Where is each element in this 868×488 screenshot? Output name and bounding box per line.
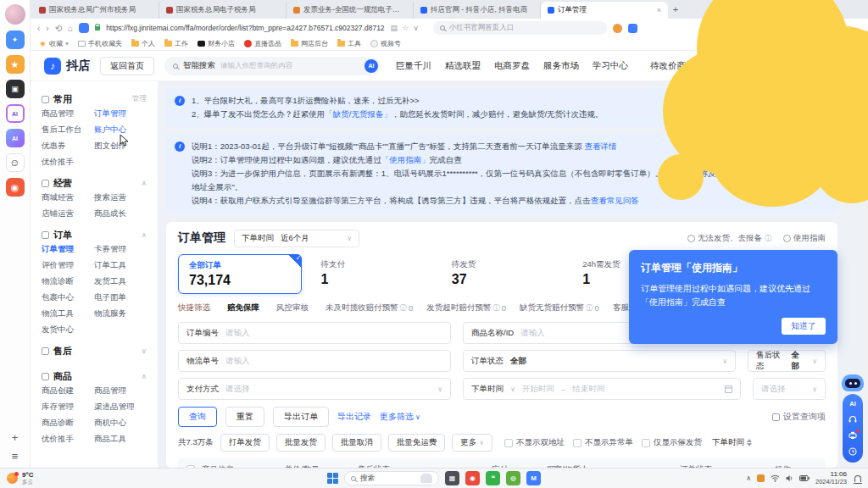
ai-search-icon[interactable]: AI [364, 59, 378, 73]
refresh-icon[interactable]: ⟲ [55, 24, 62, 33]
shop-nav-link[interactable]: 学习中心 [593, 60, 628, 72]
order-number-field[interactable]: 订单编号请输入 [178, 322, 451, 344]
query-settings-link[interactable]: 设置查询项 [772, 411, 826, 423]
robot-icon[interactable] [842, 374, 864, 391]
sidebar-item[interactable]: 订单管理 [94, 108, 147, 119]
export-log-link[interactable]: 导出记录 [337, 411, 371, 423]
checkbox-icon[interactable] [642, 439, 650, 447]
shop-nav-link[interactable]: 精选联盟 [445, 60, 481, 72]
sidebar-item[interactable]: 商品创建 [42, 385, 94, 396]
dock-icon[interactable]: ◉ [6, 178, 25, 197]
taskbar-app-icon[interactable]: ◍ [506, 471, 520, 485]
filter-tab[interactable]: 快捷筛选 [178, 302, 214, 313]
security-tray-icon[interactable] [757, 474, 765, 482]
back-icon[interactable]: ‹ [37, 24, 40, 33]
start-time-placeholder[interactable]: 开始时间 [522, 384, 554, 395]
sidebar-item[interactable]: 商品管理 [42, 108, 94, 119]
checkbox-icon[interactable] [504, 439, 513, 447]
sidebar-item[interactable]: 搜索运营 [94, 192, 147, 202]
order-time-range-field[interactable]: 下单时间∨ 开始时间 – 结束时间 [463, 378, 741, 400]
end-time-placeholder[interactable]: 结束时间 [572, 384, 604, 395]
dock-add-icon[interactable]: + [12, 431, 19, 444]
sidebar-item[interactable]: 优价推手 [42, 157, 94, 167]
forward-icon[interactable]: › [46, 24, 48, 33]
group-extra[interactable]: ∨ [142, 347, 147, 355]
payment-method-select[interactable]: 支付方式请选择∨ [178, 378, 451, 400]
sidebar-item[interactable]: 物流服务 [94, 308, 147, 319]
notice-link[interactable]: 「使用指南」 [381, 155, 430, 164]
aftersale-status-select[interactable]: 售后状态全部∨ [748, 350, 826, 372]
dock-menu-icon[interactable]: ≡ [12, 450, 19, 463]
batch-more-button[interactable]: 更多∨ [452, 434, 492, 452]
sidebar-item[interactable]: 库存管理 [42, 402, 94, 412]
filter-tab[interactable]: 发货超时赔付预警ⓘ0 [426, 302, 506, 313]
volume-icon[interactable] [786, 474, 793, 482]
sidebar-item[interactable]: 发货工具 [94, 276, 147, 286]
notice-link[interactable]: 「缺货/无货报备」 [325, 109, 392, 119]
sidebar-item[interactable]: 物流诊断 [42, 276, 94, 286]
extension-icon[interactable] [79, 23, 89, 33]
order-status-select[interactable]: 订单状态全部∨ [463, 350, 736, 372]
bookmark-item[interactable]: 工具 [337, 39, 361, 48]
bookmark-item[interactable]: 直播选品 [244, 39, 281, 48]
sort-by-order-time[interactable]: 下单时间 [712, 437, 752, 448]
user-avatar[interactable] [5, 4, 25, 25]
cannot-ship-link[interactable]: 无法发货、去报备ⓘ [687, 233, 771, 244]
browser-tab[interactable]: 国家税务总局广州市税务局 [32, 2, 159, 19]
customer-service-icon[interactable] [849, 415, 857, 424]
sidebar-item[interactable]: 包裹中心 [42, 292, 94, 302]
filter-tab[interactable]: 未及时揽收赔付预警ⓘ0 [326, 302, 413, 313]
more-filters-link[interactable]: 更多筛选∨ [380, 411, 420, 423]
group-extra[interactable]: ∧ [142, 230, 147, 239]
bookmark-item[interactable]: 网店后台 [291, 39, 328, 48]
print-orders-icon[interactable] [849, 431, 857, 440]
browser-tab[interactable]: 订单管理 × [541, 2, 668, 19]
sidebar-item[interactable]: 优价推手 [42, 434, 94, 444]
extra-filter-select[interactable]: 请选择∨ [753, 378, 826, 400]
bookmarks-root[interactable]: ★收藏▾ [39, 39, 69, 48]
dock-icon[interactable]: AI [6, 104, 25, 123]
taskbar-app-icon[interactable]: ❝ [486, 471, 500, 485]
checkbox-icon[interactable] [573, 439, 581, 447]
tracking-number-field[interactable]: 物流单号请输入 [178, 350, 451, 372]
calendar-icon[interactable] [725, 385, 732, 393]
bookmark-item[interactable]: 个人 [131, 39, 155, 48]
sidebar-item[interactable]: 商城经营 [42, 192, 94, 202]
stat-card[interactable]: 待发货 37 [442, 254, 564, 294]
group-extra[interactable]: 管理 [132, 94, 147, 104]
sidebar-item[interactable]: 售后工作台 [42, 125, 94, 135]
sidebar-item[interactable]: 商品诊断 [42, 418, 94, 428]
browser-tab[interactable]: 国家税务总局电子税务局 [159, 2, 287, 19]
sidebar-group-header[interactable]: 经营 ∧ [42, 174, 147, 192]
notice-link[interactable]: 查看常见问答 [591, 196, 639, 205]
filter-checkbox[interactable]: 不显示双地址 [504, 437, 565, 448]
sidebar-group-header[interactable]: 售后 ∨ [42, 341, 147, 360]
history-icon[interactable] [849, 447, 857, 456]
browser-tab[interactable]: 抖店官网 - 抖音小店, 抖音电商 [414, 2, 541, 19]
dock-icon[interactable]: ✦ [6, 30, 25, 49]
browser-search-box[interactable]: 小红书官网首页入口 [433, 21, 607, 35]
sidebar-item[interactable]: 商品管理 [94, 385, 147, 396]
shop-logo[interactable]: ♪ 抖店 [44, 58, 90, 75]
sidebar-group-header[interactable]: 订单 ∧ [42, 225, 147, 244]
shop-nav-link[interactable]: 电商罗盘 [494, 60, 530, 72]
taskbar-weather-widget[interactable]: 9°C多云 [7, 472, 33, 485]
dock-icon[interactable]: AI [6, 129, 25, 147]
filter-tab[interactable]: 风控审核 [276, 302, 312, 313]
sidebar-item[interactable]: 商品工具 [94, 434, 147, 444]
sidebar-item[interactable]: 渠道品管理 [94, 402, 147, 412]
home-icon[interactable]: ⌂ [68, 24, 73, 33]
taskbar-app-icon[interactable]: ◉ [465, 471, 480, 485]
new-tab-button[interactable]: + [668, 4, 683, 14]
shop-nav-link[interactable]: 巨量千川 [396, 60, 431, 72]
export-orders-button[interactable]: 导出订单 [273, 407, 329, 427]
filter-checkbox[interactable]: 不显示异常单 [573, 437, 633, 448]
notice-link[interactable]: 查看详情 [585, 141, 617, 151]
shop-search-box[interactable]: 智能搜索 请输入你想查询的内容 AI [164, 57, 381, 75]
back-home-button[interactable]: 返回首页 [100, 57, 154, 75]
batch-button[interactable]: 打单发货 [220, 434, 270, 452]
tab-close-icon[interactable]: × [657, 6, 661, 14]
sidebar-item[interactable]: 店铺运营 [42, 208, 94, 219]
url-action-icons[interactable]: ▤☆∨ [391, 24, 419, 32]
sidebar-item[interactable]: 评价管理 [42, 260, 94, 270]
